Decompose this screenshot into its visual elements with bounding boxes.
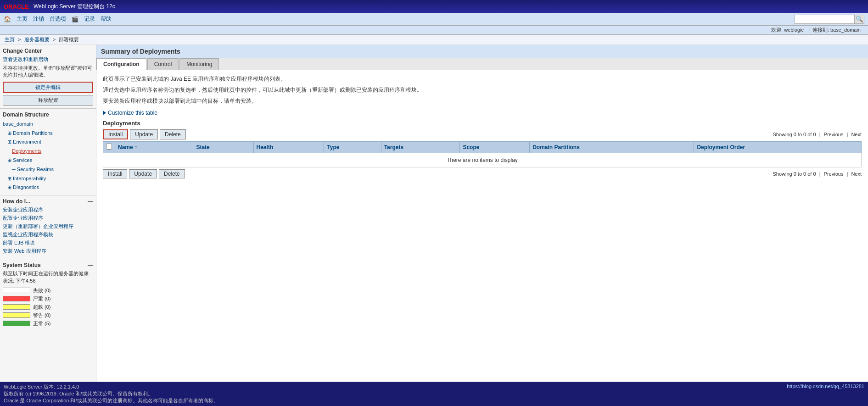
info-text-3: 要安装新应用程序或模块以部署到此域中的目标，请单击安装。 [103,97,862,105]
delete-button-top[interactable]: Delete [160,129,186,139]
paging-info-bottom: Showing 0 to 0 of 0 | Previous | Next [773,171,862,177]
paging-sep1: | [819,132,821,137]
sidebar: Change Center 查看更改和重新启动 不存在待挂更改。单击"移放配置"… [0,45,96,383]
status-label-critical: 严重 (0) [33,295,51,302]
tree-item-base-domain[interactable]: base_domain [3,120,93,129]
top-bar: ORACLE WebLogic Server 管理控制台 12c [0,0,868,13]
next-link-top[interactable]: Next [851,132,862,137]
info-text-1: 此页显示了已安装到此域的 Java EE 应用程序和独立应用程序模块的列表。 [103,75,862,83]
system-status-description: 截至以下时间正在运行的服务器的健康状况: 下午4:56 [3,270,93,284]
install-button-top[interactable]: Install [103,129,128,139]
previous-link-top[interactable]: Previous [824,132,844,137]
status-row-warning: 警告 (0) [3,312,93,319]
col-scope: Scope [460,142,530,153]
update-button-top[interactable]: Update [130,129,158,139]
domain-structure-title: Domain Structure [3,111,93,118]
breadcrumb-server-summary[interactable]: 服务器概要 [24,37,50,42]
bottom-action-btns: Install Update Delete [103,169,185,178]
status-bar-critical [3,296,30,301]
status-row-critical: 严重 (0) [3,295,93,302]
nav-logout[interactable]: 注销 [33,15,44,23]
release-config-button[interactable]: 释放配置 [3,95,93,106]
paging-info-top: Showing 0 to 0 of 0 | Previous | Next [773,132,862,137]
how-do-i-title: How do I... [3,198,30,205]
customize-link: Customize this table [103,110,862,116]
howdoi-link-2[interactable]: 配置企业应用程序 [3,215,93,222]
breadcrumb-sep2: > [53,37,56,42]
status-label-ok: 正常 (5) [33,320,51,327]
col-domain-partitions: Domain Partitions [530,142,694,153]
howdoi-link-5[interactable]: 部署 EJB 模块 [3,239,93,246]
breadcrumb-current: 部署概要 [59,37,79,42]
update-button-bottom[interactable]: Update [129,169,157,178]
search-button[interactable]: 🔍 [854,15,864,24]
change-center: Change Center 查看更改和重新启动 不存在待挂更改。单击"移放配置"… [0,45,96,109]
deployments-table: Name ↑ State Health Type Targets Scope D… [103,141,862,167]
howdoi-link-4[interactable]: 监视企业应用程序模块 [3,231,93,238]
domain-structure: Domain Structure base_domain ⊞ Domain Pa… [0,109,96,195]
system-status-collapse[interactable]: — [88,262,93,268]
paging-pipe: | [846,132,848,137]
breadcrumb-home[interactable]: 主页 [5,37,15,42]
howdoi-link-6[interactable]: 安装 Web 应用程序 [3,248,93,255]
page-title: Summary of Deployments [101,48,863,55]
search-box: 🔍 [795,15,864,24]
how-do-i-collapse[interactable]: — [88,198,93,205]
no-items-row: There are no items to display [103,153,862,167]
status-bar-overloaded [3,304,30,310]
change-center-title: Change Center [3,48,93,54]
no-items-cell: There are no items to display [103,153,862,167]
tree-item-diagnostics[interactable]: ⊞ Diagnostics [3,183,93,192]
tree-item-environment[interactable]: ⊞ Environment [3,138,93,147]
col-deployment-order: Deployment Order [694,142,862,153]
nav-homepage[interactable]: 首选项 [50,15,66,23]
col-health: Health [253,142,324,153]
system-status: System Status — 截至以下时间正在运行的服务器的健康状况: 下午4… [0,259,96,331]
view-changes-link[interactable]: 查看更改和重新启动 [3,56,93,63]
tree-item-services[interactable]: ⊞ Services [3,156,93,165]
status-label-overloaded: 超载 (0) [33,304,51,311]
nav-help[interactable]: 帮助 [101,15,112,23]
tree-item-domain-partitions[interactable]: ⊞ Domain Partitions [3,129,93,138]
app-title: WebLogic Server 管理控制台 12c [34,3,115,11]
connected-text: 连接到: base_domain [812,27,861,33]
showing-text-bottom: Showing 0 to 0 of 0 [773,171,816,177]
nav-record[interactable]: 记录 [84,15,95,23]
previous-link-bottom[interactable]: Previous [824,171,844,177]
tree-item-security-realms[interactable]: ─ Security Realms [3,165,93,174]
breadcrumb: 主页 > 服务器概要 > 部署概要 [0,35,868,45]
main-layout: Change Center 查看更改和重新启动 不存在待挂更改。单击"移放配置"… [0,45,868,383]
tree-item-interoperability[interactable]: ⊞ Interoperability [3,174,93,184]
install-button-bottom[interactable]: Install [103,169,127,178]
nav-home[interactable]: 主页 [17,15,28,23]
tab-monitoring[interactable]: Monitoring [179,58,219,70]
top-action-bar: Install Update Delete Showing 0 to 0 of … [103,129,862,139]
nav-bar: 🏠 主页 注销 首选项 🎬 记录 帮助 🔍 [0,13,868,26]
search-input[interactable] [795,15,854,24]
select-all-checkbox[interactable] [106,144,112,150]
welcome-separator: | [809,28,811,33]
tabs: Configuration Control Monitoring [96,58,868,70]
howdoi-link-1[interactable]: 安装企业应用程序 [3,206,93,213]
system-status-title: System Status [3,262,41,268]
footer: https://blog.csdn.net/qq_45813281 WebLog… [0,382,868,383]
delete-button-bottom[interactable]: Delete [159,169,185,178]
next-link-bottom[interactable]: Next [851,171,862,177]
home-icon: 🏠 [4,16,11,22]
top-action-btns: Install Update Delete [103,129,186,139]
col-state: State [193,142,253,153]
status-row-ok: 正常 (5) [3,320,93,327]
customize-table-link[interactable]: Customize this table [108,110,157,116]
deployments-title: Deployments [103,120,862,127]
lock-edit-button[interactable]: 锁定并编辑 [3,82,93,93]
col-checkbox[interactable] [103,142,115,153]
tab-control[interactable]: Control [147,58,179,70]
tab-configuration[interactable]: Configuration [96,58,146,70]
status-label-failed: 失败 (0) [33,287,51,294]
col-name[interactable]: Name ↑ [115,142,193,153]
record-icon: 🎬 [72,16,78,22]
howdoi-link-3[interactable]: 更新（重新部署）企业应用程序 [3,223,93,230]
main-content: Summary of Deployments Configuration Con… [96,45,868,383]
tree-item-deployments[interactable]: Deployments [3,147,93,156]
no-changes-text: 不存在待挂更改。单击"移放配置"按钮可允许其他人编辑域。 [3,65,93,79]
